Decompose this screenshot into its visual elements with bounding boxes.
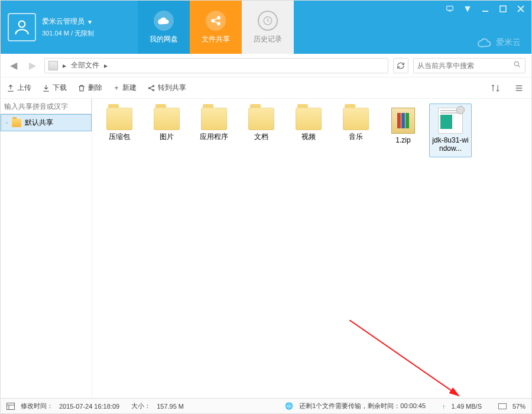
title-bar: 爱米云管理员 ▾ 301.04 M / 无限制 我的网盘 文件共享 历史记录 [1, 1, 531, 54]
tab-history[interactable]: 历史记录 [242, 1, 294, 54]
file-grid[interactable]: 压缩包图片应用程序文档视频音乐1.zipjdk-8u31-window... [92, 99, 531, 398]
search-input[interactable] [417, 62, 513, 70]
refresh-button[interactable] [393, 58, 408, 73]
breadcrumb-sep: ▸ [63, 62, 66, 70]
globe-icon: 🌐 [285, 402, 293, 410]
detail-icon [7, 402, 15, 410]
chevron-down-icon: ▾ [88, 18, 92, 26]
modified-label: 修改时间： [21, 402, 53, 410]
quota-text: 301.04 M / 无限制 [42, 29, 94, 38]
file-label: 音乐 [349, 132, 363, 141]
upload-arrow-icon: ↑ [442, 403, 446, 410]
modified-value: 2015-07-24 16:18:09 [59, 403, 119, 410]
clock-icon [258, 11, 278, 31]
address-bar[interactable]: ▸ 全部文件 ▸ [44, 58, 388, 73]
svg-point-10 [153, 85, 154, 86]
file-label: jdk-8u31-window... [431, 136, 470, 153]
size-label: 大小： [131, 402, 151, 410]
new-button[interactable]: ＋新建 [113, 83, 137, 93]
zip-icon [391, 108, 415, 134]
file-label: 1.zip [395, 136, 410, 144]
share-button[interactable]: 转到共享 [147, 83, 186, 93]
main-area: ▫ 默认共享 压缩包图片应用程序文档视频音乐1.zipjdk-8u31-wind… [1, 99, 531, 398]
file-label: 文档 [254, 132, 268, 141]
upload-speed: 1.49 MB/S [452, 403, 482, 410]
search-icon[interactable] [513, 60, 521, 70]
svg-point-0 [19, 21, 25, 27]
close-button[interactable] [516, 4, 525, 14]
menu-dropdown-icon[interactable]: ▼ [463, 4, 472, 14]
window-controls: ▼ [445, 4, 525, 14]
action-toolbar: 上传 下载 删除 ＋新建 转到共享 [1, 77, 531, 99]
file-label: 图片 [160, 132, 174, 141]
drive-icon [48, 61, 58, 70]
transfer-status[interactable]: 还剩1个文件需要传输，剩余时间：00:00:45 [299, 402, 426, 410]
file-label: 视频 [301, 132, 316, 141]
plus-icon: ＋ [113, 83, 120, 93]
svg-rect-15 [7, 403, 15, 409]
file-thumbnail [438, 108, 463, 134]
folder-item[interactable]: 文档 [240, 104, 283, 157]
status-bar: 修改时间： 2015-07-24 16:18:09 大小： 157.95 M 🌐… [1, 398, 531, 413]
user-name-dropdown[interactable]: 爱米云管理员 ▾ [42, 17, 94, 27]
user-name: 爱米云管理员 [42, 17, 85, 27]
avatar[interactable] [8, 13, 36, 41]
sort-button[interactable] [489, 82, 502, 95]
cloud-icon [154, 11, 174, 31]
file-label: 应用程序 [200, 132, 228, 141]
folder-icon [343, 108, 369, 130]
file-item[interactable]: jdk-8u31-window... [429, 104, 472, 157]
address-row: ◀ ▶ ▸ 全部文件 ▸ [1, 54, 531, 77]
search-box[interactable] [413, 58, 525, 73]
nav-back-button[interactable]: ◀ [7, 59, 21, 73]
upload-button[interactable]: 上传 [7, 83, 31, 93]
breadcrumb-root[interactable]: 全部文件 [71, 60, 99, 70]
sidebar: ▫ 默认共享 [1, 99, 92, 398]
folder-icon [248, 108, 274, 130]
file-label: 压缩包 [109, 132, 130, 141]
folder-item[interactable]: 图片 [145, 104, 188, 157]
delete-button[interactable]: 删除 [77, 83, 102, 93]
disk-percent: 57% [512, 403, 525, 410]
folder-icon [296, 108, 322, 130]
tab-file-share[interactable]: 文件共享 [190, 1, 242, 54]
file-item[interactable]: 1.zip [382, 104, 424, 157]
folder-item[interactable]: 应用程序 [193, 104, 235, 157]
cloud-icon [477, 37, 492, 48]
nav-forward-button[interactable]: ▶ [25, 59, 40, 73]
user-block: 爱米云管理员 ▾ 301.04 M / 无限制 [1, 1, 138, 54]
main-tabs: 我的网盘 文件共享 历史记录 [138, 1, 294, 54]
download-button[interactable]: 下载 [42, 83, 67, 93]
view-mode-button[interactable] [512, 82, 525, 95]
folder-icon [201, 108, 227, 130]
folder-icon [154, 108, 180, 130]
disk-icon [498, 403, 507, 409]
minimize-button[interactable] [481, 4, 490, 14]
sidebar-filter[interactable] [1, 99, 92, 114]
brand-logo: 爱米云 [477, 37, 521, 48]
sidebar-item-label: 默认共享 [25, 118, 53, 128]
maximize-button[interactable] [498, 4, 508, 14]
folder-item[interactable]: 音乐 [335, 104, 377, 157]
folder-item[interactable]: 压缩包 [98, 104, 141, 157]
breadcrumb-sep: ▸ [104, 62, 108, 70]
share-icon [206, 11, 226, 31]
sidebar-filter-input[interactable] [1, 99, 91, 114]
sidebar-item-default-share[interactable]: ▫ 默认共享 [1, 114, 92, 131]
tree-toggle-icon[interactable]: ▫ [6, 119, 8, 126]
svg-rect-7 [500, 6, 506, 12]
tab-my-disk[interactable]: 我的网盘 [138, 1, 190, 54]
svg-point-9 [148, 87, 150, 88]
svg-rect-5 [447, 6, 453, 10]
svg-point-8 [514, 62, 518, 66]
folder-item[interactable]: 视频 [287, 104, 330, 157]
folder-icon [106, 108, 132, 130]
folder-icon [12, 119, 21, 127]
chat-icon[interactable] [445, 4, 455, 14]
svg-point-11 [153, 89, 154, 90]
size-value: 157.95 M [157, 403, 184, 410]
